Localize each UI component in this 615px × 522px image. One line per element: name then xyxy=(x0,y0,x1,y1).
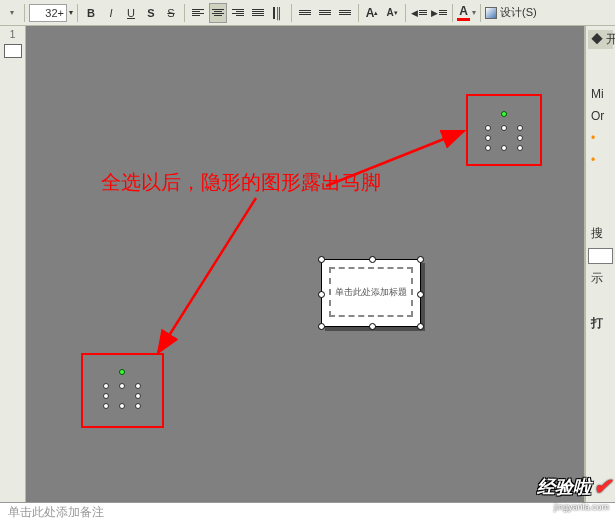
resize-handle-icon xyxy=(417,256,424,263)
main-area: 1 全选以后，隐形的 xyxy=(0,26,615,502)
resize-handle-icon xyxy=(135,403,141,409)
align-right-button[interactable] xyxy=(229,3,247,23)
task-pane-line2: Or xyxy=(588,107,613,125)
shadow-button[interactable]: S xyxy=(142,3,160,23)
font-size-selector[interactable]: 32+ ▾ xyxy=(29,3,73,23)
distribute-button[interactable]: ║ xyxy=(269,3,287,23)
resize-handle-icon xyxy=(501,145,507,151)
rotation-handle-icon xyxy=(501,111,507,117)
notes-placeholder: 单击此处添加备注 xyxy=(8,504,104,521)
resize-handle-icon xyxy=(517,145,523,151)
resize-handle-icon xyxy=(135,393,141,399)
resize-handle-icon xyxy=(103,393,109,399)
resize-handle-icon xyxy=(119,383,125,389)
separator xyxy=(405,4,406,22)
watermark: 经验啦✔ xyxy=(537,474,611,500)
resize-handle-icon xyxy=(103,403,109,409)
increase-indent-button[interactable]: ▶ xyxy=(430,3,448,23)
resize-handle-icon xyxy=(135,383,141,389)
watermark-url: jingyanla.com xyxy=(554,502,609,512)
task-pane-bullet[interactable]: • xyxy=(588,129,613,147)
resize-handle-icon xyxy=(517,125,523,131)
separator xyxy=(452,4,453,22)
resize-handle-icon xyxy=(369,323,376,330)
resize-handle-icon xyxy=(417,291,424,298)
line-spacing-button[interactable] xyxy=(336,3,354,23)
resize-handle-icon xyxy=(318,323,325,330)
separator xyxy=(358,4,359,22)
style-dropdown[interactable] xyxy=(2,3,20,23)
search-label: 搜 xyxy=(588,223,613,244)
resize-handle-icon xyxy=(517,135,523,141)
rotation-handle-icon xyxy=(119,369,125,375)
notes-pane[interactable]: 单击此处添加备注 xyxy=(0,502,615,522)
slide-thumbnail[interactable] xyxy=(4,44,22,58)
separator xyxy=(291,4,292,22)
thumbnail-panel: 1 xyxy=(0,26,26,502)
annotation-text: 全选以后，隐形的图形露出马脚 xyxy=(101,169,381,196)
resize-handle-icon xyxy=(103,383,109,389)
increase-font-button[interactable]: A▴ xyxy=(363,3,381,23)
example-label: 示 xyxy=(588,268,613,289)
resize-handle-icon xyxy=(318,291,325,298)
strikethrough-button[interactable]: S xyxy=(162,3,180,23)
resize-handle-icon xyxy=(417,323,424,330)
hidden-shape-selection-top xyxy=(481,111,527,151)
resize-handle-icon xyxy=(485,135,491,141)
bold-button[interactable]: B xyxy=(82,3,100,23)
align-center-button[interactable] xyxy=(209,3,227,23)
resize-handle-icon xyxy=(318,256,325,263)
placeholder-text: 单击此处添加标题 xyxy=(335,286,407,299)
align-justify-button[interactable] xyxy=(249,3,267,23)
svg-line-3 xyxy=(158,198,256,353)
task-pane-header[interactable]: ◆ 开始 xyxy=(588,30,613,49)
resize-handle-icon xyxy=(119,403,125,409)
resize-handle-icon xyxy=(369,256,376,263)
separator xyxy=(480,4,481,22)
bullet-list-button[interactable] xyxy=(316,3,334,23)
italic-button[interactable]: I xyxy=(102,3,120,23)
decrease-indent-button[interactable]: ◀ xyxy=(410,3,428,23)
slide-canvas[interactable]: 全选以后，隐形的图形露出马脚 xyxy=(26,26,585,502)
design-button[interactable]: 设计(S) xyxy=(485,3,537,23)
separator xyxy=(24,4,25,22)
numbered-list-button[interactable] xyxy=(296,3,314,23)
resize-handle-icon xyxy=(501,125,507,131)
selected-title-placeholder[interactable]: 单击此处添加标题 xyxy=(321,259,421,327)
underline-button[interactable]: U xyxy=(122,3,140,23)
font-color-button[interactable]: A xyxy=(457,3,476,23)
separator xyxy=(77,4,78,22)
font-size-value: 32+ xyxy=(45,7,64,19)
resize-handle-icon xyxy=(485,145,491,151)
check-icon: ✔ xyxy=(593,474,611,500)
task-pane: ◆ 开始 Mi Or • • 搜 示 打 xyxy=(585,26,615,502)
resize-handle-icon xyxy=(485,125,491,131)
task-pane-bullet[interactable]: • xyxy=(588,151,613,169)
toolbar: 32+ ▾ B I U S S ║ A▴ A▾ ◀ ▶ A 设计(S) xyxy=(0,0,615,26)
hidden-shape-selection-bottom xyxy=(99,369,145,409)
separator xyxy=(184,4,185,22)
open-label: 打 xyxy=(588,313,613,334)
decrease-font-button[interactable]: A▾ xyxy=(383,3,401,23)
align-left-button[interactable] xyxy=(189,3,207,23)
task-pane-line1: Mi xyxy=(588,85,613,103)
search-input[interactable] xyxy=(588,248,613,264)
